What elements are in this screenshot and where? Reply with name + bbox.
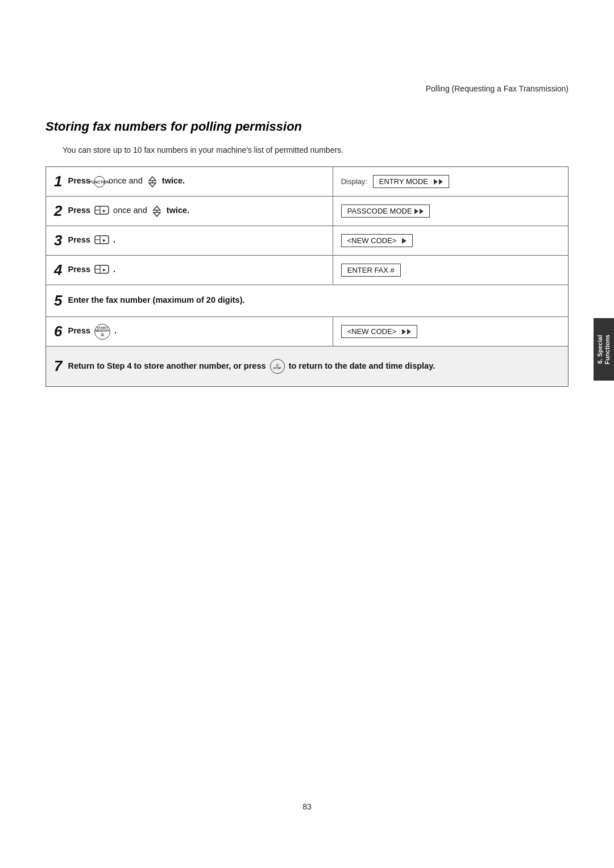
step-7-desc-prefix: Return to Step 4 to store another number… — [68, 361, 266, 370]
svg-text:▶: ▶ — [103, 239, 106, 242]
display-box-6: <NEW CODE> — [341, 325, 418, 338]
step-3-period: . — [113, 235, 115, 244]
step-1-display: Display: ENTRY MODE — [333, 167, 568, 197]
stop-button-icon: ⊘ STOP — [270, 359, 285, 374]
svg-marker-0 — [149, 177, 156, 181]
svg-text:▶: ▶ — [103, 209, 106, 212]
fax-phone-icon-4: ▶ — [94, 263, 109, 277]
start-memory-button-icon: START/ MEMORY ① — [94, 324, 110, 340]
header-title: Polling (Requesting a Fax Transmission) — [426, 84, 569, 93]
display-label-1: Display: — [341, 177, 367, 186]
step-2-content: 2 Press ▶ once and — [46, 197, 333, 226]
step-3-num: 3 — [54, 232, 65, 249]
step-row-5: 5 Enter the fax number (maximum of 20 di… — [46, 285, 569, 317]
side-tab-text: 6. SpecialFunctions — [596, 335, 611, 365]
step-2-press: Press — [68, 206, 91, 215]
display-double-arrow-6 — [402, 329, 411, 335]
display-single-arrow-3 — [402, 238, 406, 244]
step-2-num: 2 — [54, 202, 65, 219]
step-4-period: . — [113, 265, 115, 274]
main-content: Storing fax numbers for polling permissi… — [45, 119, 569, 387]
step-5-content: 5 Enter the fax number (maximum of 20 di… — [46, 285, 569, 317]
step-7-num: 7 — [54, 357, 65, 374]
step-1-content: 1 Press FUNCTION once and — [46, 167, 333, 197]
step-1-num: 1 — [54, 173, 65, 190]
step-3-display: <NEW CODE> — [333, 226, 568, 256]
step-1-press: Press — [68, 176, 91, 185]
display-double-arrow-2 — [414, 208, 424, 214]
passcode-box: PASSCODE MODE — [341, 205, 430, 218]
scroll-up-down-icon-2 — [151, 205, 163, 218]
display-double-arrow-1 — [434, 179, 443, 185]
page-container: 6. SpecialFunctions Polling (Requesting … — [0, 0, 614, 868]
step-3-press: Press — [68, 235, 91, 244]
scroll-up-down-icon-1 — [146, 176, 159, 188]
step-row-4: 4 Press ▶ . ENTER FAX — [46, 256, 569, 285]
display-text-6: <NEW CODE> — [347, 327, 397, 336]
display-text-2: PASSCODE MODE — [347, 207, 412, 215]
step-7-desc-suffix: to return to the date and time display. — [289, 361, 435, 370]
display-text-3: <NEW CODE> — [347, 236, 397, 245]
step-row-2: 2 Press ▶ once and — [46, 197, 569, 226]
step-2-twice: twice. — [167, 206, 189, 215]
step-row-6: 6 Press START/ MEMORY ① . <NEW CODE> — [46, 317, 569, 347]
step-1-twice: twice. — [162, 176, 185, 185]
section-heading: Storing fax numbers for polling permissi… — [45, 119, 569, 134]
display-box-3: <NEW CODE> — [341, 234, 413, 247]
page-number: 83 — [302, 802, 312, 811]
step-row-3: 3 Press ▶ . <NEW CODE — [46, 226, 569, 256]
step-5-num: 5 — [54, 292, 65, 309]
step-6-num: 6 — [54, 323, 65, 340]
svg-marker-7 — [154, 206, 160, 210]
display-text-4: ENTER FAX # — [347, 266, 395, 274]
fax-phone-icon-3: ▶ — [94, 233, 109, 248]
step-6-content: 6 Press START/ MEMORY ① . — [46, 317, 333, 347]
step-6-period: . — [114, 326, 117, 335]
step-2-once-and: once and — [113, 206, 150, 215]
fax-phone-icon-2: ▶ — [94, 204, 109, 218]
step-2-display: PASSCODE MODE — [333, 197, 568, 226]
svg-text:▶: ▶ — [103, 268, 106, 272]
step-1-once-and: once and — [109, 176, 145, 185]
step-4-content: 4 Press ▶ . — [46, 256, 333, 285]
function-label: FUNCTION — [89, 180, 110, 183]
step-4-num: 4 — [54, 261, 65, 278]
function-button-icon: FUNCTION — [94, 176, 105, 187]
step-6-display: <NEW CODE> — [333, 317, 568, 347]
steps-table: 1 Press FUNCTION once and — [45, 166, 569, 387]
step-4-press: Press — [68, 265, 91, 274]
display-text-1: ENTRY MODE — [379, 177, 428, 186]
step-6-press: Press — [68, 326, 91, 335]
svg-marker-2 — [149, 183, 156, 187]
step-row-7: 7 Return to Step 4 to store another numb… — [46, 347, 569, 387]
step-4-display: ENTER FAX # — [333, 256, 568, 285]
step-row-1: 1 Press FUNCTION once and — [46, 167, 569, 197]
intro-text: You can store up to 10 fax numbers in yo… — [63, 144, 569, 156]
display-box-1: ENTRY MODE — [373, 175, 449, 188]
side-tab: 6. SpecialFunctions — [594, 318, 614, 381]
svg-marker-9 — [154, 212, 160, 216]
step-7-content: 7 Return to Step 4 to store another numb… — [46, 347, 569, 387]
page-header: Polling (Requesting a Fax Transmission) — [426, 84, 569, 93]
step-3-content: 3 Press ▶ . — [46, 226, 333, 256]
step-5-desc: Enter the fax number (maximum of 20 digi… — [68, 295, 245, 304]
display-box-4: ENTER FAX # — [341, 264, 401, 277]
